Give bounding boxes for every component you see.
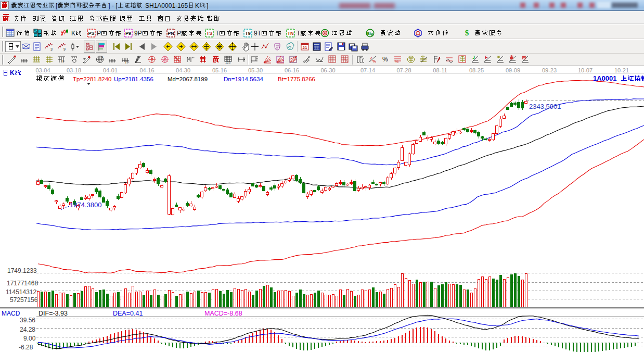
svg-text:F: F: [62, 59, 65, 64]
svg-text:9: 9: [63, 47, 66, 51]
svg-text:%: %: [382, 56, 388, 63]
svg-text:%: %: [372, 59, 376, 64]
svg-text:PS: PS: [88, 31, 94, 36]
svg-text:T9: T9: [245, 31, 251, 36]
svg-text:3: 3: [50, 47, 53, 51]
svg-text:TN: TN: [288, 31, 294, 36]
svg-text:P9: P9: [125, 31, 131, 36]
svg-text:PN: PN: [168, 31, 174, 36]
svg-text:Big: Big: [367, 32, 373, 36]
svg-text:123: 123: [225, 61, 231, 64]
svg-text:21: 21: [303, 45, 307, 50]
svg-text:$: $: [465, 29, 469, 37]
svg-text:%: %: [395, 59, 398, 64]
svg-text:n²: n²: [125, 60, 129, 64]
svg-text:TS: TS: [207, 31, 213, 36]
svg-text:F: F: [485, 55, 488, 60]
svg-text:J: J: [472, 55, 475, 60]
